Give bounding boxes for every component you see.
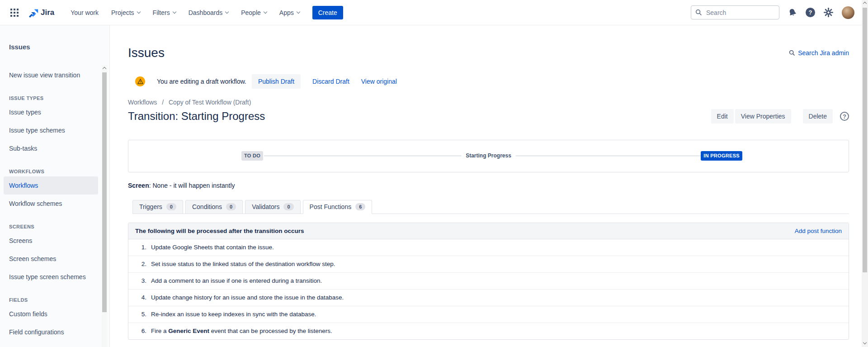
sidebar-item-new-issue-view-transition[interactable]: New issue view transition (0, 66, 109, 84)
view-original-link[interactable]: View original (361, 78, 397, 85)
nav-item-your-work[interactable]: Your work (64, 5, 105, 20)
main-content: Issues Search Jira admin You are editing… (110, 25, 868, 347)
help-icon[interactable]: ? (806, 8, 815, 17)
sidebar-item-issue-type-schemes[interactable]: Issue type schemes (0, 121, 109, 139)
screen-label: Screen (128, 182, 149, 189)
nav-item-apps[interactable]: Apps (273, 5, 306, 20)
status-lozenge-todo: TO DO (241, 151, 263, 161)
app-switcher-icon[interactable] (7, 5, 22, 20)
sidebar-item-issue-types[interactable]: Issue types (0, 103, 109, 121)
post-function-row: 6. Fire a Generic Event event that can b… (128, 323, 849, 339)
page-scrollbar-thumb[interactable] (863, 8, 867, 272)
settings-icon[interactable] (824, 8, 833, 17)
transition-tabs: Triggers 0 Conditions 0 Validators 0 Pos… (132, 200, 849, 214)
post-function-row: 1. Update Google Sheets that contain the… (128, 239, 849, 256)
transition-diagram: TO DO Starting Progress IN PROGRESS (128, 140, 849, 172)
gear-icon (824, 8, 833, 17)
nav-item-projects[interactable]: Projects (105, 5, 146, 20)
tab-validators[interactable]: Validators 0 (245, 200, 300, 214)
publish-draft-button[interactable]: Publish Draft (252, 74, 301, 89)
scroll-up-icon[interactable] (863, 2, 867, 5)
tab-post-functions[interactable]: Post Functions 6 (303, 200, 373, 214)
jira-logo[interactable]: Jira (24, 7, 58, 19)
breadcrumb-separator: / (162, 99, 164, 106)
tab-triggers[interactable]: Triggers 0 (132, 200, 183, 214)
grid-icon (10, 9, 19, 17)
sidebar-item-workflows[interactable]: Workflows (4, 176, 98, 195)
chevron-down-icon (296, 10, 300, 13)
notifications-icon[interactable] (788, 8, 797, 17)
nav-item-dashboards[interactable]: Dashboards (182, 5, 235, 20)
sidebar-title: Issues (9, 43, 109, 52)
user-avatar[interactable] (842, 6, 854, 19)
post-function-row: 4. Update change history for an issue an… (128, 290, 849, 306)
draft-banner-message: You are editing a draft workflow. (157, 78, 246, 85)
screen-value: : None - it will happen instantly (149, 182, 235, 189)
breadcrumb-current[interactable]: Copy of Test Workflow (Draft) (169, 99, 251, 106)
admin-sidebar: Issues New issue view transition ISSUE T… (0, 25, 110, 347)
sidebar-item-sub-tasks[interactable]: Sub-tasks (0, 139, 109, 157)
chevron-down-icon (225, 10, 229, 13)
validators-count-badge: 0 (283, 203, 293, 210)
post-functions-header: The following will be processed after th… (135, 228, 304, 234)
bell-icon (788, 8, 797, 17)
sidebar-item-workflow-schemes[interactable]: Workflow schemes (0, 195, 109, 213)
draft-workflow-banner: You are editing a draft workflow. Publis… (128, 74, 849, 89)
sidebar-section-issue-types: ISSUE TYPES (9, 95, 109, 101)
add-post-function-link[interactable]: Add post function (795, 228, 842, 234)
transition-title: Transition: Starting Progress (128, 109, 265, 124)
sidebar-item-screen-schemes[interactable]: Screen schemes (0, 250, 109, 268)
post-function-row: 3. Add a comment to an issue if one is e… (128, 273, 849, 290)
post-function-row: 5. Re-index an issue to keep indexes in … (128, 306, 849, 323)
delete-button[interactable]: Delete (803, 109, 833, 124)
scroll-up-icon[interactable] (103, 67, 106, 71)
global-search[interactable] (691, 5, 779, 19)
sidebar-scrollbar[interactable] (102, 65, 107, 347)
chevron-down-icon (137, 10, 140, 13)
sidebar-item-issue-type-screen-schemes[interactable]: Issue type screen schemes (0, 268, 109, 286)
chevron-down-icon (264, 10, 267, 13)
triggers-count-badge: 0 (166, 203, 176, 210)
status-lozenge-in-progress: IN PROGRESS (701, 151, 742, 161)
edit-button[interactable]: Edit (711, 109, 734, 124)
sidebar-section-screens: SCREENS (9, 223, 109, 230)
sidebar-section-fields: FIELDS (9, 297, 109, 303)
screen-info: Screen: None - it will happen instantly (128, 181, 849, 190)
transition-toolbar: Edit View Properties Delete ? (711, 109, 849, 124)
sidebar-item-field-configurations[interactable]: Field configurations (0, 323, 109, 341)
nav-item-people[interactable]: People (235, 5, 273, 20)
post-function-row: 2. Set issue status to the linked status… (128, 256, 849, 273)
post-functions-panel: The following will be processed after th… (128, 223, 849, 340)
page-scrollbar[interactable] (862, 0, 868, 347)
sidebar-section-workflows: WORKFLOWS (9, 168, 109, 175)
help-circle-icon[interactable]: ? (840, 112, 849, 121)
nav-right-cluster: ? (691, 5, 854, 19)
nav-item-filters[interactable]: Filters (146, 5, 182, 20)
search-icon (695, 9, 702, 16)
sidebar-nav: New issue view transition ISSUE TYPES Is… (0, 66, 109, 341)
scroll-down-icon[interactable] (863, 341, 867, 344)
chevron-down-icon (172, 10, 176, 13)
breadcrumb-workflows[interactable]: Workflows (128, 99, 157, 106)
warning-icon (135, 76, 145, 86)
transition-name-label: Starting Progress (461, 152, 516, 159)
page-title: Issues (128, 45, 165, 61)
create-button[interactable]: Create (312, 6, 343, 19)
breadcrumb: Workflows / Copy of Test Workflow (Draft… (128, 99, 849, 106)
sidebar-item-custom-fields[interactable]: Custom fields (0, 305, 109, 323)
discard-draft-link[interactable]: Discard Draft (312, 78, 349, 85)
search-input[interactable] (691, 5, 779, 19)
jira-logo-icon (28, 7, 40, 19)
tab-conditions[interactable]: Conditions 0 (185, 200, 243, 214)
search-jira-admin-link[interactable]: Search Jira admin (789, 49, 849, 57)
view-properties-button[interactable]: View Properties (735, 109, 791, 124)
search-icon (789, 50, 795, 56)
top-nav: Jira Your work Projects Filters Dashboar… (0, 0, 868, 25)
post-functions-count-badge: 6 (355, 203, 365, 210)
sidebar-item-screens[interactable]: Screens (0, 232, 109, 250)
conditions-count-badge: 0 (226, 203, 236, 210)
sidebar-scrollbar-thumb[interactable] (102, 72, 107, 312)
jira-logo-text: Jira (41, 8, 54, 17)
